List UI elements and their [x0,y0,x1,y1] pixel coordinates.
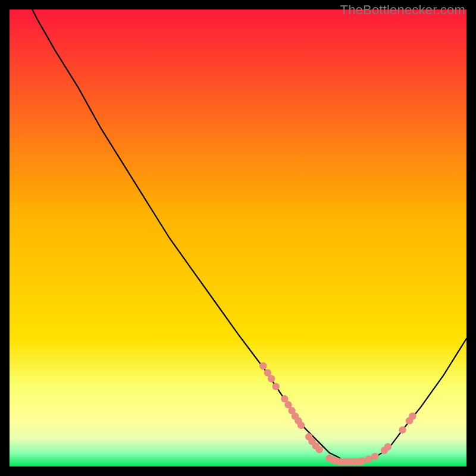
data-point [359,458,366,465]
data-point [384,443,392,450]
attribution-label: TheBottlenecker.com [340,2,465,18]
chart-svg [10,10,466,466]
data-point [409,412,416,419]
data-point [268,375,275,382]
data-point [298,422,305,429]
data-point [316,446,323,453]
chart-frame [10,10,466,466]
data-point [399,426,406,433]
gradient-background [10,10,466,466]
data-point [259,362,267,369]
data-point [365,456,372,463]
data-point [273,383,280,390]
data-point [371,453,378,460]
